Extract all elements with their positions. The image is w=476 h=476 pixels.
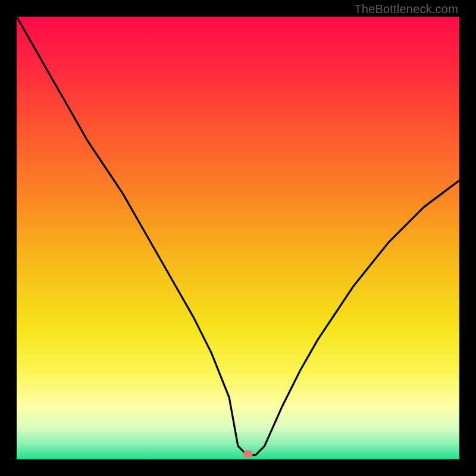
plot-area xyxy=(17,17,459,459)
bottleneck-curve-line xyxy=(17,17,459,459)
watermark-text: TheBottleneck.com xyxy=(354,2,458,16)
optimal-point-marker xyxy=(243,450,253,458)
chart-frame: TheBottleneck.com xyxy=(0,0,476,476)
